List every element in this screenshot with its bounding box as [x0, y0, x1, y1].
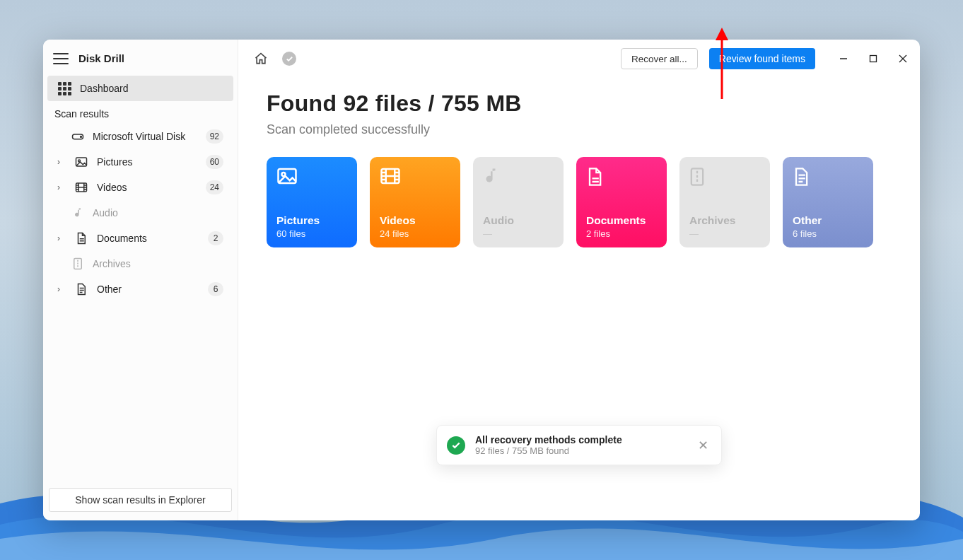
card-title: Videos — [380, 214, 450, 227]
card-subtitle: 2 files — [586, 228, 657, 239]
sidebar-item-audio[interactable]: Audio — [47, 200, 233, 226]
topbar: Recover all... Review found items — [238, 40, 920, 78]
status-check-icon — [282, 52, 296, 66]
card-audio[interactable]: Audio — — [473, 157, 564, 247]
recover-all-button[interactable]: Recover all... — [621, 48, 698, 69]
card-subtitle: 60 files — [276, 228, 347, 239]
sidebar-item-videos[interactable]: › Videos 24 — [47, 175, 233, 200]
card-subtitle: 6 files — [793, 228, 863, 239]
card-title: Documents — [586, 214, 657, 227]
card-subtitle: — — [689, 228, 760, 239]
review-found-items-button[interactable]: Review found items — [709, 48, 815, 69]
chevron-right-icon: › — [57, 157, 66, 167]
count-badge: 2 — [208, 231, 223, 245]
card-other[interactable]: Other 6 files — [783, 157, 873, 247]
document-icon — [586, 167, 657, 189]
count-badge: 24 — [206, 180, 223, 194]
card-title: Pictures — [276, 214, 347, 227]
grid-icon — [57, 81, 71, 95]
sidebar-item-label: Dashboard — [80, 83, 223, 94]
toast-title: All recovery methods complete — [475, 434, 685, 445]
content: Found 92 files / 755 MB Scan completed s… — [238, 78, 920, 247]
sidebar-item-archives[interactable]: Archives — [47, 251, 233, 276]
page-title: Found 92 files / 755 MB — [267, 91, 892, 117]
video-icon — [380, 167, 450, 189]
archive-icon — [689, 167, 760, 189]
hamburger-icon[interactable] — [53, 53, 69, 64]
drive-icon — [71, 129, 84, 144]
sidebar-item-label: Other — [97, 284, 199, 295]
sidebar: Disk Drill Dashboard Scan results Micros… — [43, 40, 238, 520]
video-icon — [74, 180, 88, 194]
app-window: Disk Drill Dashboard Scan results Micros… — [43, 40, 920, 520]
home-icon[interactable] — [252, 50, 269, 67]
card-subtitle: 24 files — [380, 228, 450, 239]
page-subtitle: Scan completed successfully — [267, 122, 892, 137]
other-icon — [793, 167, 863, 189]
show-in-explorer-button[interactable]: Show scan results in Explorer — [49, 488, 232, 512]
other-icon — [74, 282, 88, 296]
card-archives[interactable]: Archives — — [679, 157, 770, 247]
card-documents[interactable]: Documents 2 files — [576, 157, 667, 247]
card-title: Archives — [689, 214, 760, 227]
sidebar-item-disk[interactable]: Microsoft Virtual Disk 92 — [47, 124, 233, 149]
chevron-right-icon: › — [57, 284, 66, 294]
sidebar-item-dashboard[interactable]: Dashboard — [47, 76, 233, 101]
document-icon — [74, 231, 88, 245]
sidebar-item-pictures[interactable]: › Pictures 60 — [47, 149, 233, 175]
sidebar-item-label: Documents — [97, 233, 199, 244]
window-controls — [836, 52, 910, 66]
sidebar-item-label: Audio — [93, 207, 223, 218]
topbar-right: Recover all... Review found items — [621, 48, 910, 69]
sidebar-item-label: Videos — [97, 182, 197, 193]
toast-body: All recovery methods complete 92 files /… — [475, 434, 685, 456]
sidebar-footer: Show scan results in Explorer — [43, 488, 238, 520]
sidebar-header: Disk Drill — [43, 40, 238, 74]
check-icon — [447, 436, 465, 455]
audio-icon — [71, 206, 84, 220]
svg-marker-15 — [716, 28, 728, 40]
archive-icon — [71, 257, 84, 271]
category-cards: Pictures 60 files Videos 24 files Audio … — [267, 157, 892, 247]
picture-icon — [276, 167, 347, 189]
main-area: Recover all... Review found items Found … — [238, 40, 920, 520]
chevron-right-icon: › — [57, 182, 66, 192]
card-subtitle: — — [483, 228, 554, 239]
picture-icon — [74, 155, 88, 169]
sidebar-item-label: Pictures — [97, 156, 197, 168]
sidebar-section-label: Scan results — [43, 101, 238, 124]
minimize-icon[interactable] — [836, 52, 851, 66]
toast-close-icon[interactable]: ✕ — [695, 436, 711, 455]
count-badge: 92 — [206, 129, 223, 144]
count-badge: 60 — [206, 155, 223, 169]
sidebar-item-label: Microsoft Virtual Disk — [93, 131, 197, 142]
topbar-left — [252, 50, 296, 67]
chevron-right-icon: › — [57, 233, 66, 243]
audio-icon — [483, 167, 554, 189]
card-videos[interactable]: Videos 24 files — [370, 157, 460, 247]
toast-subtitle: 92 files / 755 MB found — [475, 445, 685, 456]
close-icon[interactable] — [896, 52, 910, 66]
svg-rect-7 — [870, 56, 877, 62]
sidebar-item-other[interactable]: › Other 6 — [47, 276, 233, 302]
maximize-icon[interactable] — [866, 52, 880, 66]
sidebar-item-label: Archives — [93, 258, 223, 269]
sidebar-item-documents[interactable]: › Documents 2 — [47, 226, 233, 251]
svg-point-1 — [81, 136, 82, 137]
app-title: Disk Drill — [78, 52, 124, 64]
toast-notification: All recovery methods complete 92 files /… — [436, 425, 722, 465]
card-title: Audio — [483, 214, 554, 227]
card-pictures[interactable]: Pictures 60 files — [267, 157, 357, 247]
count-badge: 6 — [208, 282, 223, 296]
card-title: Other — [793, 214, 863, 227]
